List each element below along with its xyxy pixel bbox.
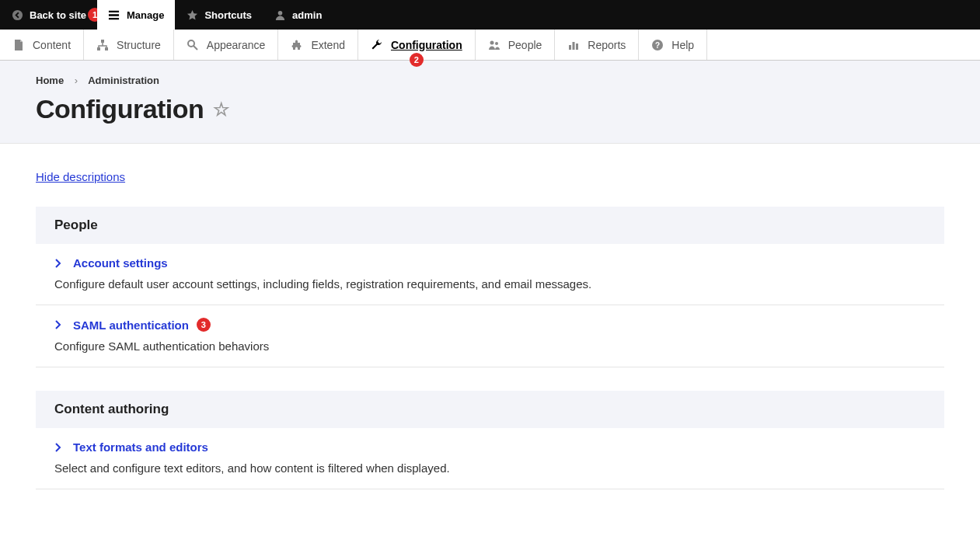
menu-configuration[interactable]: Configuration 2 bbox=[358, 30, 476, 60]
svg-rect-3 bbox=[97, 47, 100, 50]
svg-point-0 bbox=[12, 9, 22, 19]
favorite-star-icon[interactable]: ☆ bbox=[213, 99, 230, 120]
wrench-icon bbox=[371, 39, 383, 51]
section-content-authoring: Content authoring Text formats and edito… bbox=[36, 391, 944, 489]
breadcrumb-admin[interactable]: Administration bbox=[88, 75, 159, 86]
breadcrumb: Home › Administration bbox=[36, 75, 944, 86]
svg-rect-4 bbox=[105, 47, 108, 50]
bar-chart-icon bbox=[567, 39, 580, 51]
menu-appearance-label: Appearance bbox=[207, 39, 266, 51]
section-content-authoring-header: Content authoring bbox=[36, 391, 944, 428]
svg-point-7 bbox=[495, 42, 498, 45]
hierarchy-icon bbox=[96, 39, 109, 51]
user-button[interactable]: admin bbox=[263, 0, 333, 30]
menu-people[interactable]: People bbox=[476, 30, 556, 60]
account-settings-link[interactable]: Account settings bbox=[73, 256, 168, 270]
help-icon: ? bbox=[651, 39, 664, 51]
section-people-header: People bbox=[36, 207, 944, 244]
menu-help[interactable]: ? Help bbox=[639, 30, 707, 60]
config-item-saml: SAML authentication 3 Configure SAML aut… bbox=[36, 305, 944, 367]
back-to-site-label: Back to site bbox=[30, 9, 86, 21]
user-icon bbox=[274, 9, 286, 21]
star-icon bbox=[186, 9, 198, 21]
topbar: Back to site 1 Manage Shortcuts admin bbox=[0, 0, 980, 30]
chevron-right-icon bbox=[54, 259, 65, 268]
menu-people-label: People bbox=[508, 39, 542, 51]
breadcrumb-separator: › bbox=[75, 75, 78, 86]
header-region: Home › Administration Configuration ☆ bbox=[0, 61, 980, 144]
breadcrumb-home[interactable]: Home bbox=[36, 75, 64, 86]
svg-rect-9 bbox=[573, 42, 575, 50]
saml-badge: 3 bbox=[197, 318, 211, 332]
svg-rect-8 bbox=[569, 45, 571, 50]
chevron-right-icon bbox=[54, 443, 65, 452]
document-icon bbox=[12, 39, 25, 51]
back-to-site-button[interactable]: Back to site 1 bbox=[0, 0, 97, 30]
text-formats-desc: Select and configure text editors, and h… bbox=[54, 461, 926, 475]
page-title: Configuration ☆ bbox=[36, 94, 944, 124]
saml-auth-desc: Configure SAML authentication behaviors bbox=[54, 339, 926, 353]
svg-point-6 bbox=[490, 40, 493, 44]
people-icon bbox=[488, 39, 500, 51]
menu-appearance[interactable]: Appearance bbox=[174, 30, 279, 60]
text-formats-link[interactable]: Text formats and editors bbox=[73, 440, 208, 454]
config-badge: 2 bbox=[410, 53, 424, 67]
shortcuts-label: Shortcuts bbox=[204, 9, 252, 21]
svg-point-1 bbox=[277, 10, 282, 15]
menu-structure-label: Structure bbox=[117, 39, 161, 51]
saml-auth-link[interactable]: SAML authentication bbox=[73, 318, 189, 332]
user-label: admin bbox=[292, 9, 322, 21]
svg-rect-2 bbox=[101, 40, 104, 43]
admin-menu: Content Structure Appearance Extend Conf… bbox=[0, 30, 980, 61]
shortcuts-button[interactable]: Shortcuts bbox=[175, 0, 263, 30]
menu-reports[interactable]: Reports bbox=[555, 30, 639, 60]
menu-structure[interactable]: Structure bbox=[84, 30, 174, 60]
svg-point-5 bbox=[188, 40, 194, 47]
menu-configuration-label: Configuration bbox=[391, 39, 462, 51]
content-region: Hide descriptions People Account setting… bbox=[0, 144, 980, 516]
chevron-right-icon bbox=[54, 320, 65, 329]
paintbrush-icon bbox=[187, 39, 199, 51]
account-settings-desc: Configure default user account settings,… bbox=[54, 277, 926, 291]
page-title-text: Configuration bbox=[36, 94, 204, 124]
config-item-text-formats: Text formats and editors Select and conf… bbox=[36, 428, 944, 489]
manage-button[interactable]: Manage bbox=[97, 0, 175, 30]
config-item-account-settings: Account settings Configure default user … bbox=[36, 244, 944, 305]
puzzle-icon bbox=[291, 39, 303, 51]
section-people: People Account settings Configure defaul… bbox=[36, 207, 944, 367]
hamburger-icon bbox=[108, 9, 120, 21]
manage-label: Manage bbox=[127, 9, 164, 21]
svg-rect-10 bbox=[576, 44, 578, 50]
hide-descriptions-link[interactable]: Hide descriptions bbox=[36, 170, 125, 183]
svg-text:?: ? bbox=[655, 41, 660, 50]
menu-help-label: Help bbox=[671, 39, 694, 51]
menu-reports-label: Reports bbox=[588, 39, 626, 51]
menu-extend-label: Extend bbox=[311, 39, 345, 51]
menu-extend[interactable]: Extend bbox=[278, 30, 358, 60]
chevron-left-circle-icon bbox=[11, 9, 23, 21]
menu-content[interactable]: Content bbox=[0, 30, 84, 60]
menu-content-label: Content bbox=[33, 39, 71, 51]
